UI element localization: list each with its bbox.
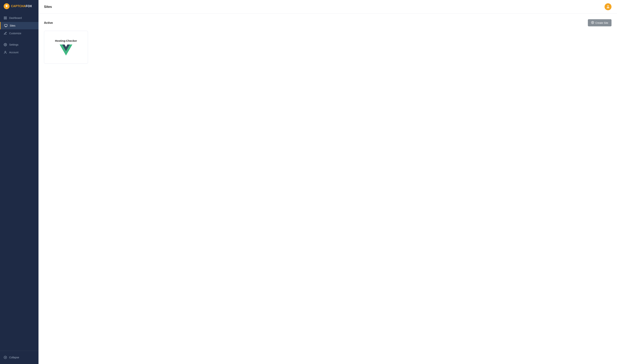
logo-area[interactable]: CAPTCHAFOX [0,0,39,13]
content-header: Active Create Site [44,19,612,26]
vue-logo-icon [60,44,72,55]
sidebar: CAPTCHAFOX Dashboard [0,0,39,364]
svg-point-8 [5,44,6,45]
svg-rect-4 [6,18,7,19]
main-content: Sites Active Create Site [39,0,617,364]
sidebar-item-label: Customize [9,32,21,35]
brand-name: CAPTCHAFOX [11,5,32,8]
plus-circle-icon [591,21,594,25]
sidebar-item-label: Dashboard [9,16,22,19]
collapse-button[interactable]: Collapse [0,354,39,361]
sidebar-item-label: Account [9,51,18,54]
sidebar-item-settings[interactable]: Settings [0,41,39,48]
settings-icon [4,43,7,46]
nav-menu: Dashboard Sites Customize [0,13,39,351]
sidebar-item-label: Sites [10,24,15,27]
svg-point-11 [607,5,609,7]
user-avatar-button[interactable] [604,3,612,10]
sidebar-item-account[interactable]: Account [0,49,39,56]
create-site-button[interactable]: Create Site [588,19,612,26]
logo-icon [4,3,10,9]
svg-point-9 [5,51,6,52]
dashboard-icon [4,16,7,20]
sites-icon [4,24,8,27]
svg-rect-2 [6,17,7,18]
content-area: Active Create Site Hosting-Checker [39,14,617,364]
customize-icon [4,32,7,35]
svg-rect-5 [5,24,7,26]
sidebar-item-label: Settings [9,43,18,46]
svg-rect-3 [4,18,5,19]
section-title: Active [44,21,53,25]
site-card[interactable]: Hosting-Checker [44,31,88,64]
collapse-label: Collapse [9,356,19,359]
create-site-label: Create Site [595,21,608,24]
sidebar-item-customize[interactable]: Customize [0,30,39,37]
site-name: Hosting-Checker [55,39,77,42]
svg-rect-1 [4,17,5,18]
collapse-icon [4,356,7,359]
svg-point-0 [6,5,7,6]
sidebar-item-sites[interactable]: Sites [0,22,39,29]
sites-grid: Hosting-Checker [44,31,612,64]
svg-point-10 [4,356,7,359]
topbar: Sites [39,0,617,14]
sidebar-item-dashboard[interactable]: Dashboard [0,14,39,22]
account-icon [4,51,7,54]
page-title: Sites [44,5,52,9]
sidebar-bottom: Collapse [0,351,39,364]
